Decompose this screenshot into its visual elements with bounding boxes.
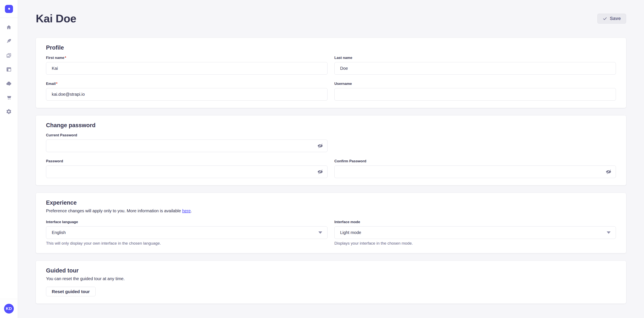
check-icon: [603, 16, 607, 21]
sidebar-nav: [0, 18, 18, 119]
chevron-down-icon: [318, 231, 322, 234]
page-title: Kai Doe: [36, 12, 76, 25]
confirm-password-input[interactable]: [334, 165, 616, 178]
eye-slash-icon: [317, 169, 323, 175]
password-grid: Current Password Password: [46, 133, 616, 178]
experience-grid: Interface language English This will onl…: [46, 220, 616, 246]
guided-tour-section-title: Guided tour: [46, 267, 616, 274]
profile-grid: First name* Last name Email* Username: [46, 55, 616, 101]
grid-spacer: [334, 133, 616, 152]
last-name-label: Last name: [334, 56, 352, 60]
interface-language-field: Interface language English This will onl…: [46, 220, 328, 246]
interface-mode-value: Light mode: [340, 230, 361, 235]
toggle-password-visibility-button[interactable]: [316, 142, 324, 149]
sidebar: KD: [0, 0, 18, 318]
toggle-password-visibility-button[interactable]: [605, 168, 612, 175]
guided-tour-card: Guided tour You can reset the guided tou…: [36, 261, 626, 304]
avatar[interactable]: KD: [4, 304, 14, 314]
interface-mode-field: Interface mode Light mode Displays your …: [334, 220, 616, 246]
logo-section: [0, 0, 18, 18]
profile-card: Profile First name* Last name Email*: [36, 38, 626, 108]
sidebar-item-content-type-builder[interactable]: [0, 34, 18, 48]
layout-icon: [6, 67, 12, 72]
sidebar-item-settings[interactable]: [0, 104, 18, 119]
experience-description: Preference changes will apply only to yo…: [46, 208, 616, 213]
experience-card: Experience Preference changes will apply…: [36, 193, 626, 253]
eye-slash-icon: [317, 143, 323, 149]
more-information-link[interactable]: here: [182, 208, 190, 213]
first-name-input[interactable]: [46, 62, 328, 75]
save-button-label: Save: [610, 16, 621, 21]
email-label: Email: [46, 82, 56, 86]
interface-language-hint: This will only display your own interfac…: [46, 241, 328, 246]
experience-section-title: Experience: [46, 199, 616, 206]
sidebar-item-cloud[interactable]: [0, 76, 18, 90]
username-label: Username: [334, 82, 352, 86]
save-button[interactable]: Save: [597, 14, 626, 24]
cloud-icon: [6, 81, 12, 86]
home-icon: [6, 24, 12, 30]
required-asterisk: *: [65, 56, 66, 60]
page-header: Kai Doe Save: [36, 12, 626, 25]
reset-guided-tour-button[interactable]: Reset guided tour: [46, 287, 96, 296]
interface-language-select[interactable]: English: [46, 226, 328, 239]
gear-icon: [6, 109, 12, 114]
new-password-field: Password: [46, 159, 328, 178]
images-icon: [6, 52, 12, 58]
required-asterisk: *: [56, 82, 58, 86]
guided-tour-description: You can reset the guided tour at any tim…: [46, 276, 616, 281]
strapi-logo[interactable]: [5, 5, 13, 13]
first-name-label: First name: [46, 56, 64, 60]
interface-mode-hint: Displays your interface in the chosen mo…: [334, 241, 616, 246]
first-name-field: First name*: [46, 55, 328, 75]
profile-section-title: Profile: [46, 44, 616, 51]
username-field: Username: [334, 81, 616, 101]
sidebar-item-marketplace[interactable]: [0, 90, 18, 104]
username-input[interactable]: [334, 88, 616, 101]
eye-slash-icon: [606, 169, 612, 175]
current-password-label: Current Password: [46, 133, 77, 137]
strapi-logo-icon: [7, 7, 11, 11]
sidebar-item-home[interactable]: [0, 20, 18, 34]
chevron-down-icon: [607, 231, 610, 234]
avatar-initials: KD: [6, 306, 12, 311]
current-password-input[interactable]: [46, 140, 328, 152]
sidebar-footer: KD: [0, 299, 18, 318]
main-content: Kai Doe Save Profile First name* Last na…: [18, 0, 644, 318]
feather-icon: [6, 38, 12, 44]
interface-language-label: Interface language: [46, 220, 78, 224]
last-name-field: Last name: [334, 55, 616, 75]
sidebar-item-content-manager[interactable]: [0, 62, 18, 76]
last-name-input[interactable]: [334, 62, 616, 75]
toggle-password-visibility-button[interactable]: [316, 168, 324, 175]
confirm-password-field: Confirm Password: [334, 159, 616, 178]
email-input[interactable]: [46, 88, 328, 101]
interface-mode-select[interactable]: Light mode: [334, 226, 616, 239]
password-section-title: Change password: [46, 122, 616, 129]
confirm-password-label: Confirm Password: [334, 159, 366, 163]
new-password-label: Password: [46, 159, 63, 163]
interface-language-value: English: [52, 230, 66, 235]
new-password-input[interactable]: [46, 165, 328, 178]
change-password-card: Change password Current Password: [36, 116, 626, 185]
interface-mode-label: Interface mode: [334, 220, 360, 224]
email-field: Email*: [46, 81, 328, 101]
current-password-field: Current Password: [46, 133, 328, 152]
sidebar-item-media-library[interactable]: [0, 48, 18, 62]
shopping-cart-icon: [6, 95, 12, 100]
